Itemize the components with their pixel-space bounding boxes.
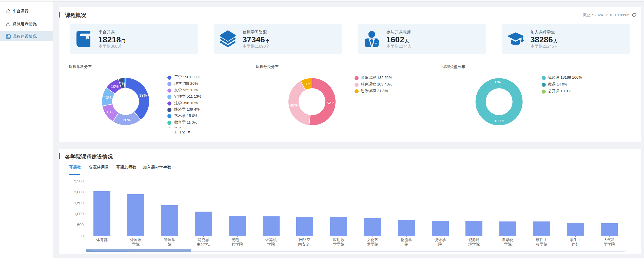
svg-text:100%: 100% [494, 119, 504, 123]
svg-text:10%: 10% [111, 84, 119, 89]
svg-text:0%: 0% [495, 80, 501, 84]
svg-text:4%: 4% [119, 81, 125, 85]
svg-text:8%: 8% [305, 82, 310, 86]
svg-text:52%: 52% [327, 101, 334, 105]
svg-text:40%: 40% [290, 103, 298, 107]
svg-text:13%: 13% [107, 110, 114, 114]
svg-text:20%: 20% [123, 118, 131, 122]
svg-text:13%: 13% [104, 95, 111, 100]
svg-text:39%: 39% [139, 93, 147, 97]
